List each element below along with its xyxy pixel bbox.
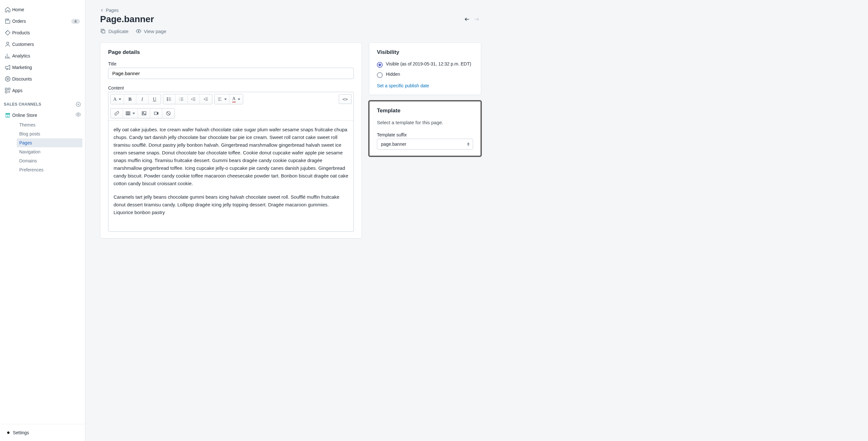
svg-rect-5: [8, 88, 10, 90]
nav-label: Products: [12, 30, 30, 35]
rte-outdent-button[interactable]: [188, 94, 200, 104]
online-store-subnav: Themes Blog posts Pages Navigation Domai…: [0, 120, 85, 174]
nav-label: Orders: [12, 19, 26, 24]
section-label: SALES CHANNELS: [4, 102, 41, 107]
nav-label: Analytics: [12, 53, 30, 58]
svg-point-8: [78, 114, 79, 116]
rte-italic-button[interactable]: I: [136, 94, 149, 104]
eye-icon: [136, 28, 142, 34]
nav-marketing[interactable]: Marketing: [0, 62, 85, 73]
breadcrumb-label: Pages: [106, 8, 119, 13]
rte-link-button[interactable]: [111, 109, 123, 118]
radio-unchecked-icon: [377, 72, 383, 78]
content-paragraph: elly oat cake jujubes. Ice cream wafer h…: [114, 126, 348, 187]
radio-label: Hidden: [386, 71, 400, 77]
analytics-icon: [3, 53, 12, 59]
set-publish-date-link[interactable]: Set a specific publish date: [377, 83, 429, 88]
svg-rect-19: [142, 112, 146, 115]
page-details-card: Page details Title Content A B: [100, 42, 362, 238]
rte-format-dropdown[interactable]: A: [111, 94, 124, 104]
svg-text:3: 3: [179, 99, 180, 101]
svg-rect-6: [5, 91, 7, 93]
subnav-domains[interactable]: Domains: [17, 156, 83, 165]
pager: [463, 15, 481, 23]
select-value: page.banner: [381, 142, 406, 147]
svg-point-12: [167, 97, 168, 98]
channel-online-store[interactable]: Online Store: [0, 110, 85, 120]
store-icon: [3, 112, 12, 118]
page-title: Page.banner: [100, 14, 154, 24]
apps-icon: [3, 87, 12, 94]
nav-home[interactable]: Home: [0, 4, 85, 16]
discounts-icon: [3, 76, 12, 82]
nav-settings[interactable]: Settings: [0, 424, 85, 441]
rte-content[interactable]: elly oat cake jujubes. Ice cream wafer h…: [108, 121, 353, 231]
nav-label: Marketing: [12, 65, 32, 70]
radio-checked-icon: [377, 62, 383, 68]
svg-point-14: [167, 100, 168, 101]
duplicate-icon: [100, 28, 106, 34]
nav-apps[interactable]: Apps: [0, 85, 85, 96]
action-label: View page: [144, 29, 166, 34]
visibility-hidden-option[interactable]: Hidden: [377, 71, 473, 78]
view-page-button[interactable]: View page: [136, 28, 166, 34]
rte-clear-button[interactable]: [162, 109, 175, 118]
customers-icon: [3, 41, 12, 48]
rte-align-dropdown[interactable]: [215, 94, 230, 104]
sidebar: Home Orders 4 Products Customers Analyti…: [0, 0, 85, 441]
channel-label: Online Store: [12, 113, 37, 118]
nav-discounts[interactable]: Discounts: [0, 73, 85, 85]
main-content: Pages Page.banner Duplicate View page: [85, 0, 496, 441]
subnav-themes[interactable]: Themes: [17, 120, 83, 129]
rte-video-button[interactable]: [150, 109, 162, 118]
add-channel-icon[interactable]: [75, 101, 81, 107]
rte-bold-button[interactable]: B: [124, 94, 136, 104]
visibility-card: Visibility Visible (as of 2019-05-31, 12…: [369, 42, 481, 95]
nav-orders[interactable]: Orders 4: [0, 16, 85, 27]
svg-rect-10: [102, 30, 105, 33]
rte-number-list-button[interactable]: 123: [176, 94, 188, 104]
nav-analytics[interactable]: Analytics: [0, 50, 85, 62]
select-caret-icon: [467, 143, 470, 146]
title-input[interactable]: [108, 68, 354, 79]
rich-text-editor: A B I U 123: [108, 92, 354, 232]
orders-icon: [3, 18, 12, 24]
pager-next-button[interactable]: [472, 15, 481, 23]
marketing-icon: [3, 64, 12, 70]
content-label: Content: [108, 85, 354, 90]
products-icon: [3, 30, 12, 36]
rte-toolbar: A B I U 123: [108, 92, 353, 121]
rte-table-dropdown[interactable]: [123, 109, 138, 118]
nav-label: Discounts: [12, 77, 32, 82]
nav-customers[interactable]: Customers: [0, 38, 85, 50]
nav-products[interactable]: Products: [0, 27, 85, 38]
rte-code-button[interactable]: <>: [339, 94, 351, 104]
rte-indent-button[interactable]: [200, 94, 212, 104]
template-help-text: Select a template for this page.: [377, 120, 473, 125]
template-card: Template Select a template for this page…: [369, 101, 481, 156]
rte-underline-button[interactable]: U: [149, 94, 161, 104]
subnav-blog-posts[interactable]: Blog posts: [17, 129, 83, 138]
subnav-pages[interactable]: Pages: [17, 138, 83, 147]
rte-bullet-list-button[interactable]: [163, 94, 176, 104]
svg-point-11: [137, 30, 139, 32]
pager-prev-button[interactable]: [463, 15, 471, 23]
nav-label: Home: [12, 7, 24, 12]
content-paragraph: Caramels tart jelly beans chocolate gumm…: [114, 193, 348, 216]
subnav-navigation[interactable]: Navigation: [17, 147, 83, 156]
rte-color-dropdown[interactable]: A: [230, 94, 243, 104]
template-suffix-select[interactable]: page.banner: [377, 139, 473, 150]
rte-image-button[interactable]: [138, 109, 150, 118]
visibility-visible-option[interactable]: Visible (as of 2019-05-31, 12:32 p.m. ED…: [377, 61, 473, 68]
duplicate-button[interactable]: Duplicate: [100, 28, 129, 34]
svg-point-3: [7, 78, 9, 80]
card-heading: Page details: [108, 49, 354, 56]
breadcrumb[interactable]: Pages: [100, 8, 119, 13]
subnav-preferences[interactable]: Preferences: [17, 165, 83, 174]
nav-label: Apps: [12, 88, 23, 93]
card-heading: Visibility: [377, 49, 473, 56]
svg-point-13: [167, 99, 168, 99]
action-label: Duplicate: [108, 29, 129, 34]
svg-point-1: [7, 42, 9, 44]
view-store-icon[interactable]: [75, 112, 81, 118]
